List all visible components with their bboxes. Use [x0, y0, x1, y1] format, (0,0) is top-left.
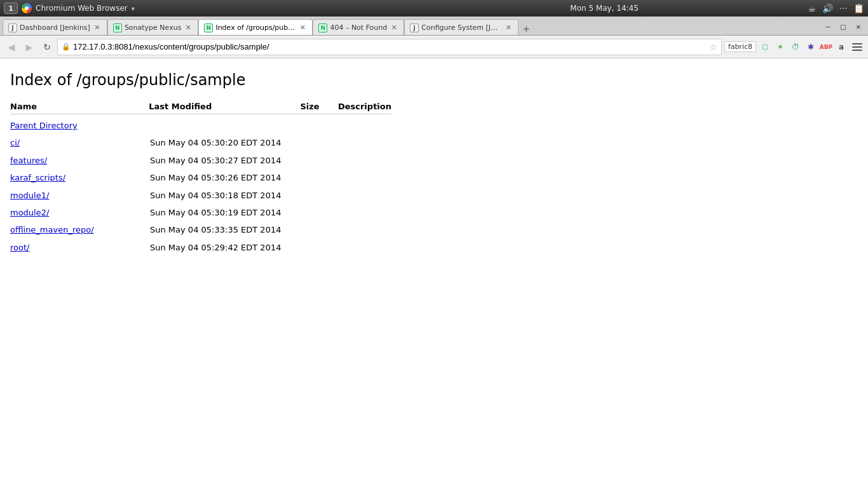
window-controls: ─ □ ✕ — [821, 21, 865, 35]
url-input[interactable] — [73, 42, 707, 51]
tab-label-index: Index of /groups/publi… — [215, 24, 295, 32]
maximize-button[interactable]: □ — [836, 21, 850, 32]
tab-close-404[interactable]: ✕ — [390, 24, 398, 32]
fabric8-badge: fabric8 — [724, 41, 756, 52]
table-row: offline_maven_repo/ Sun May 04 05:33:35 … — [10, 221, 391, 238]
dir-date-features: Sun May 04 05:30:27 EDT 2014 — [150, 153, 302, 168]
tab-favicon-nexus1: N — [113, 24, 122, 32]
tab-label-dashboard: Dashboard [Jenkins] — [20, 24, 90, 32]
tab-404[interactable]: N 404 – Not Found ✕ — [313, 19, 404, 36]
table-row: features/ Sun May 04 05:30:27 EDT 2014 — [10, 152, 391, 169]
tab-label-configure: Configure System [Jenk… — [421, 24, 501, 32]
directory-table: Name Last Modified Size Description Pare… — [10, 102, 391, 256]
ext-icon-a[interactable]: a — [835, 41, 848, 53]
reload-button[interactable]: ↻ — [39, 39, 55, 55]
table-header: Name Last Modified Size Description — [10, 102, 391, 114]
tab-favicon-nexus2: N — [204, 24, 213, 32]
browser-menu-button[interactable] — [850, 40, 864, 54]
new-tab-button[interactable]: + — [519, 22, 534, 35]
dir-link-karaf-scripts[interactable]: karaf_scripts/ — [10, 170, 150, 185]
table-row: module2/ Sun May 04 05:30:19 EDT 2014 — [10, 204, 391, 221]
dir-link-ci[interactable]: ci/ — [10, 135, 150, 150]
security-icon: 🔒 — [62, 43, 71, 51]
tab-label-404: 404 – Not Found — [330, 24, 387, 32]
col-header-size: Size — [300, 102, 338, 111]
taskbar-clipboard-icon[interactable]: 📋 — [853, 3, 864, 13]
taskbar-dropdown-arrow[interactable]: ▾ — [132, 5, 135, 12]
parent-directory-link[interactable]: Parent Directory — [10, 118, 150, 133]
forward-button[interactable]: ▶ — [22, 39, 37, 55]
tab-dashboard-jenkins[interactable]: J Dashboard [Jenkins] ✕ — [3, 19, 107, 36]
tab-index-groups[interactable]: N Index of /groups/publi… ✕ — [198, 19, 313, 36]
tab-favicon-jenkins: J — [8, 24, 17, 32]
minimize-button[interactable]: ─ — [821, 21, 835, 32]
tab-close-sonatype[interactable]: ✕ — [184, 24, 193, 32]
ext-icon-4[interactable]: ✱ — [804, 41, 817, 53]
browser-window: J Dashboard [Jenkins] ✕ N Sonatype Nexus… — [0, 17, 868, 488]
tab-close-dashboard[interactable]: ✕ — [93, 24, 102, 32]
taskbar-volume-icon[interactable]: 🔊 — [822, 3, 833, 13]
dir-link-root[interactable]: root/ — [10, 240, 150, 255]
dir-link-module2[interactable]: module2/ — [10, 205, 150, 220]
tab-close-index[interactable]: ✕ — [298, 24, 307, 32]
workspace-indicator[interactable]: 1 — [4, 3, 18, 14]
dir-date-offline-maven-repo: Sun May 04 05:33:35 EDT 2014 — [150, 222, 302, 237]
ext-icon-abp[interactable]: ABP — [820, 41, 832, 53]
dir-date-root: Sun May 04 05:29:42 EDT 2014 — [150, 240, 302, 255]
col-header-modified: Last Modified — [149, 102, 300, 111]
dir-date-karaf-scripts: Sun May 04 05:30:26 EDT 2014 — [150, 170, 302, 185]
taskbar-coffee-icon[interactable]: ☕ — [808, 3, 816, 13]
dir-date-module1: Sun May 04 05:30:18 EDT 2014 — [150, 188, 302, 203]
col-header-description: Description — [338, 102, 391, 111]
dir-link-module1[interactable]: module1/ — [10, 188, 150, 203]
page-content: Index of /groups/public/sample Name Last… — [0, 58, 868, 488]
tab-favicon-jenkins2: J — [410, 24, 419, 32]
col-header-name: Name — [10, 102, 149, 111]
datetime: Mon 5 May, 14:45 — [570, 4, 639, 13]
table-row: karaf_scripts/ Sun May 04 05:30:26 EDT 2… — [10, 169, 391, 186]
tab-sonatype-nexus[interactable]: N Sonatype Nexus ✕ — [107, 19, 199, 36]
tab-close-configure[interactable]: ✕ — [504, 24, 513, 32]
navigation-bar: ◀ ▶ ↻ 🔒 ☆ fabric8 ⬡ ✦ ⏱ ✱ ABP a — [0, 36, 868, 58]
taskbar: 1 Chromium Web Browser ▾ Mon 5 May, 14:4… — [0, 0, 868, 17]
ext-icon-3[interactable]: ⏱ — [789, 41, 802, 53]
chromium-icon — [22, 3, 32, 13]
dir-link-offline-maven-repo[interactable]: offline_maven_repo/ — [10, 222, 150, 237]
tab-favicon-nexus3: N — [318, 24, 327, 32]
table-row: module1/ Sun May 04 05:30:18 EDT 2014 — [10, 187, 391, 204]
tab-configure-system[interactable]: J Configure System [Jenk… ✕ — [404, 19, 519, 36]
tab-label-sonatype: Sonatype Nexus — [125, 24, 182, 32]
ext-icon-2[interactable]: ✦ — [774, 41, 787, 53]
table-row: root/ Sun May 04 05:29:42 EDT 2014 — [10, 239, 391, 256]
address-bar[interactable]: 🔒 ☆ — [57, 39, 722, 55]
tab-bar: J Dashboard [Jenkins] ✕ N Sonatype Nexus… — [0, 17, 868, 36]
dir-date-ci: Sun May 04 05:30:20 EDT 2014 — [150, 135, 302, 150]
extension-icons: ⬡ ✦ ⏱ ✱ ABP a — [759, 41, 848, 53]
page-title: Index of /groups/public/sample — [10, 71, 858, 89]
taskbar-more-icon[interactable]: ⋯ — [839, 4, 847, 13]
dir-link-features[interactable]: features/ — [10, 153, 150, 168]
dir-date-module2: Sun May 04 05:30:19 EDT 2014 — [150, 205, 302, 220]
close-button[interactable]: ✕ — [851, 21, 865, 32]
back-button[interactable]: ◀ — [4, 39, 19, 55]
table-row-parent: Parent Directory — [10, 117, 391, 134]
bookmark-star-icon[interactable]: ☆ — [709, 42, 717, 52]
ext-icon-1[interactable]: ⬡ — [759, 41, 771, 53]
app-name: Chromium Web Browser — [36, 4, 128, 13]
table-row: ci/ Sun May 04 05:30:20 EDT 2014 — [10, 134, 391, 151]
